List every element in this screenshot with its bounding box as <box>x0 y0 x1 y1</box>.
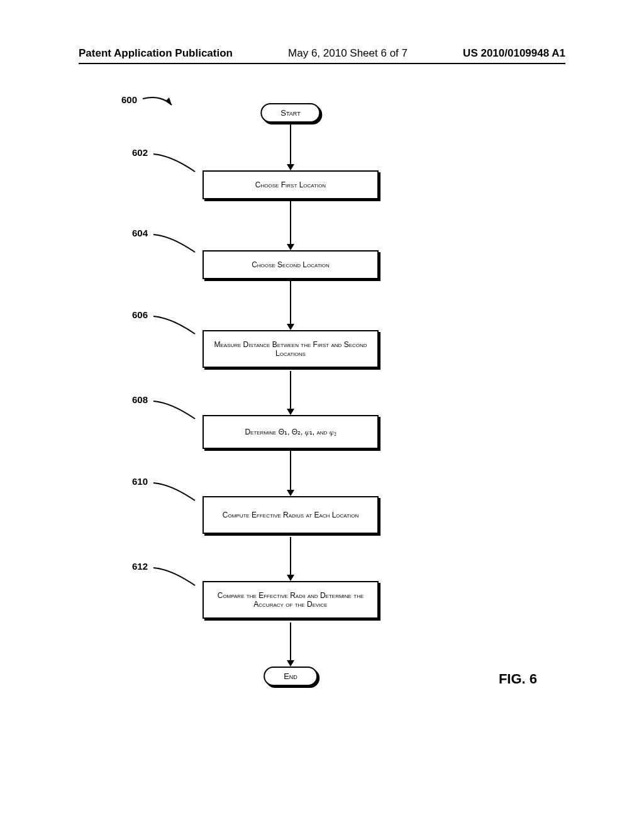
ref-label-602: 602 <box>132 147 148 158</box>
process-604: Choose Second Location <box>203 250 379 279</box>
arrow-line <box>290 201 291 245</box>
flowchart-diagram: 600 Start Choose First Location Choose S… <box>0 89 644 781</box>
arrow-head-icon <box>287 244 294 250</box>
svg-marker-0 <box>165 97 172 105</box>
arrow-head-icon <box>287 490 294 496</box>
arrow-line <box>290 281 291 325</box>
figure-label: FIG. 6 <box>499 671 537 687</box>
arrow-head-icon <box>287 164 294 170</box>
process-612-label: Compare the Effective Radii and Determin… <box>210 591 371 609</box>
header-center: May 6, 2010 Sheet 6 of 7 <box>288 47 408 60</box>
header-divider <box>79 63 565 64</box>
arrow-head-icon <box>287 409 294 415</box>
process-604-label: Choose Second Location <box>252 260 330 269</box>
process-608: Determine Θ₁, Θ₂, 𝜑₁, and 𝜑₂ <box>203 415 379 449</box>
process-602-label: Choose First Location <box>255 180 326 189</box>
leader-606-icon <box>152 313 203 338</box>
arrow-line <box>290 450 291 491</box>
header-left: Patent Application Publication <box>79 47 233 60</box>
terminal-end: End <box>264 667 318 686</box>
arrow-line <box>290 537 291 576</box>
ref-label-604: 604 <box>132 228 148 238</box>
header-right: US 2010/0109948 A1 <box>463 47 565 60</box>
process-602: Choose First Location <box>203 170 379 199</box>
terminal-start: Start <box>260 103 320 123</box>
arrow-line <box>290 371 291 410</box>
leader-602-icon <box>152 150 203 175</box>
arrow-head-icon <box>287 324 294 330</box>
leader-612-icon <box>152 564 203 589</box>
curved-arrow-600-icon <box>142 91 179 110</box>
leader-604-icon <box>152 231 203 256</box>
arrow-line <box>290 622 291 661</box>
process-612: Compare the Effective Radii and Determin… <box>203 581 379 619</box>
process-608-label: Determine Θ₁, Θ₂, 𝜑₁, and 𝜑₂ <box>245 428 336 436</box>
process-610-label: Compute Effective Radius at Each Locatio… <box>223 511 358 519</box>
leader-610-icon <box>152 479 203 504</box>
ref-label-608: 608 <box>132 394 148 405</box>
ref-label-612: 612 <box>132 561 148 572</box>
ref-label-610: 610 <box>132 476 148 487</box>
ref-label-606: 606 <box>132 309 148 320</box>
process-610: Compute Effective Radius at Each Locatio… <box>203 496 379 534</box>
terminal-start-label: Start <box>280 108 300 118</box>
leader-608-icon <box>152 397 203 423</box>
arrow-line <box>290 124 291 165</box>
process-606: Measure Distance Between the First and S… <box>203 330 379 368</box>
arrow-head-icon <box>287 575 294 581</box>
ref-label-600: 600 <box>121 94 137 105</box>
terminal-end-label: End <box>284 672 297 681</box>
arrow-head-icon <box>287 660 294 667</box>
page-header: Patent Application Publication May 6, 20… <box>0 0 644 63</box>
process-606-label: Measure Distance Between the First and S… <box>210 340 371 358</box>
